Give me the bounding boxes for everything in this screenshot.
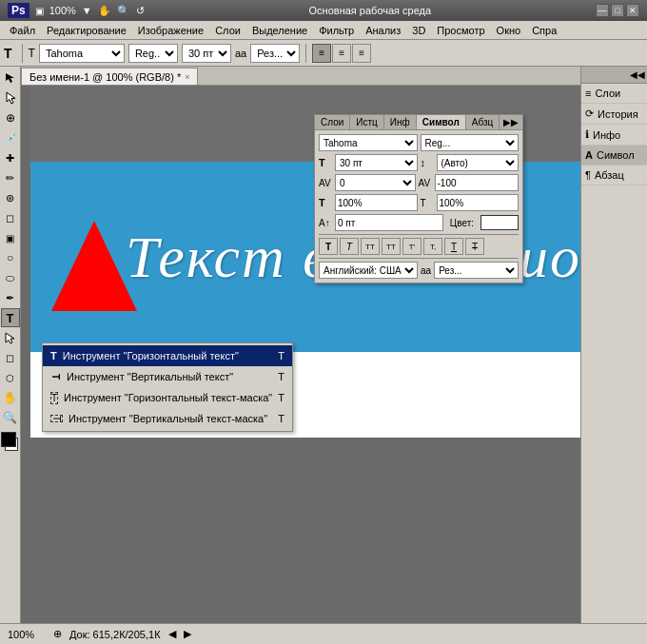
tool-stamp[interactable]: ⊛ — [1, 188, 20, 207]
panel-language[interactable]: Английский: США — [319, 262, 418, 279]
panel-tracking[interactable] — [435, 174, 520, 191]
menu-file[interactable]: Файл — [4, 23, 41, 38]
panel-item-paragraph[interactable]: ¶ Абзац — [581, 166, 647, 185]
panel-item-info[interactable]: ℹ Инфо — [581, 125, 647, 146]
underline-button[interactable]: T — [444, 238, 463, 255]
align-left-button[interactable]: ≡ — [312, 44, 331, 63]
popup-item-vertical-text[interactable]: T Инструмент "Вертикальный текст" T — [43, 366, 292, 387]
aa-label: аа — [235, 48, 246, 59]
panel-font-size[interactable]: 30 пт — [335, 154, 418, 171]
tab-info[interactable]: Инф — [384, 115, 417, 129]
popup-item-vertical-mask[interactable]: T Инструмент "Вертикальный текст-маска" … — [43, 408, 292, 429]
tool-selection[interactable] — [1, 68, 20, 88]
tool-shape[interactable]: ◻ — [1, 348, 20, 367]
tool-eraser[interactable]: ◻ — [1, 208, 20, 227]
title-text: Основная рабочая среда — [309, 5, 432, 16]
menu-3d[interactable]: 3D — [406, 23, 431, 38]
panel-item-character[interactable]: A Символ — [581, 146, 647, 166]
ps-icon2: ▣ — [35, 6, 44, 16]
align-center-button[interactable]: ≡ — [332, 44, 351, 63]
status-nav-left[interactable]: ◀ — [168, 628, 176, 640]
status-nav-right[interactable]: ▶ — [184, 628, 191, 640]
info-label: Инфо — [593, 129, 620, 141]
font-style-select[interactable]: Reg... — [128, 44, 178, 63]
align-right-button[interactable]: ≡ — [352, 44, 371, 63]
tool-eyedropper[interactable]: 💉 — [1, 128, 20, 147]
foreground-color[interactable] — [1, 432, 16, 447]
right-panel-collapse[interactable]: ◀◀ — [630, 69, 645, 80]
tool-heal[interactable]: ✚ — [1, 148, 20, 167]
superscript-button[interactable]: T' — [402, 238, 422, 255]
panel-content: Tahoma Reg... T 30 пт ↕ (Авто) — [315, 130, 522, 283]
tool-direct-select[interactable] — [1, 88, 20, 107]
menu-window[interactable]: Окно — [491, 23, 527, 38]
tab-character[interactable]: Символ — [417, 115, 466, 129]
title-bar-left: Ps ▣ 100% ▼ ✋ 🔍 ↺ — [8, 3, 145, 18]
menu-filter[interactable]: Фильтр — [313, 23, 360, 38]
popup-shortcut-1: T — [278, 350, 284, 361]
menu-edit[interactable]: Редактирование — [41, 23, 132, 38]
menu-layers[interactable]: Слои — [209, 23, 246, 38]
left-toolbar: ⊕ 💉 ✚ ✏ ⊛ ◻ ▣ ○ ⬭ ✒ T ◻ ⬡ ✋ 🔍 — [0, 67, 21, 623]
popup-label-1: Инструмент "Горизонтальный текст" — [63, 350, 239, 361]
right-panel: ◀◀ ≡ Слои ⟳ История ℹ Инфо A Символ ¶ Аб… — [580, 67, 647, 623]
tool-blur[interactable]: ○ — [1, 248, 20, 267]
panel-leading[interactable]: (Авто) — [437, 154, 520, 171]
tab-history[interactable]: Истц — [350, 115, 384, 129]
panel-item-layers[interactable]: ≡ Слои — [581, 84, 647, 104]
close-button[interactable]: ✕ — [626, 4, 639, 17]
tool-dodge[interactable]: ⬭ — [1, 268, 20, 287]
panel-item-history[interactable]: ⟳ История — [581, 104, 647, 125]
status-doc-info: Док: 615,2К/205,1К — [69, 629, 161, 640]
tab-layers[interactable]: Слои — [315, 115, 350, 129]
character-icon: A — [585, 149, 593, 161]
tab-close-button[interactable]: × — [185, 72, 189, 82]
menu-help[interactable]: Спра — [526, 23, 562, 38]
character-color[interactable] — [480, 215, 519, 230]
menu-select[interactable]: Выделение — [246, 23, 313, 38]
panel-hscale[interactable] — [437, 194, 520, 211]
hand-icon: ✋ — [98, 5, 111, 17]
tab-paragraph[interactable]: Абзц — [466, 115, 500, 129]
panel-vscale[interactable] — [335, 194, 418, 211]
maximize-button[interactable]: □ — [611, 4, 624, 17]
document-tab[interactable]: Без имени-1 @ 100% (RGB/8) * × — [21, 68, 198, 85]
bold-button[interactable]: T — [319, 238, 338, 255]
panel-more-button[interactable]: ▶▶ — [500, 115, 522, 129]
subscript-button[interactable]: T, — [423, 238, 442, 255]
tool-path-select[interactable] — [1, 328, 20, 347]
orientation-icon: T — [29, 47, 35, 60]
panel-baseline[interactable] — [335, 214, 443, 231]
popup-item-horizontal-text[interactable]: T Инструмент "Горизонтальный текст" T — [43, 345, 292, 366]
panel-antialias[interactable]: Рез... — [434, 262, 519, 279]
panel-font-family[interactable]: Tahoma — [319, 134, 418, 151]
tool-3d[interactable]: ⬡ — [1, 368, 20, 387]
allcaps-button[interactable]: TT — [361, 238, 380, 255]
options-sep1 — [22, 44, 23, 63]
tool-type[interactable]: T — [1, 308, 20, 327]
font-family-select[interactable]: Tahoma — [39, 44, 125, 63]
tool-brush[interactable]: ✏ — [1, 168, 20, 187]
scale-row: T T — [319, 194, 519, 211]
menu-analyze[interactable]: Анализ — [360, 23, 406, 38]
color-label: Цвет: — [450, 218, 474, 228]
layers-icon: ≡ — [585, 88, 591, 99]
menu-view[interactable]: Просмотр — [431, 23, 490, 38]
tool-pen[interactable]: ✒ — [1, 288, 20, 307]
tool-gradient[interactable]: ▣ — [1, 228, 20, 247]
tool-zoom[interactable]: 🔍 — [1, 408, 20, 427]
antialias-select[interactable]: Рез... — [250, 44, 300, 63]
minimize-button[interactable]: — — [596, 4, 609, 17]
panel-tabs: Слои Истц Инф Символ Абзц ▶▶ — [315, 115, 522, 130]
panel-kerning[interactable]: 0 — [335, 174, 416, 191]
panel-font-style[interactable]: Reg... — [421, 134, 520, 151]
italic-button[interactable]: T — [340, 238, 359, 255]
popup-item-horizontal-mask[interactable]: T Инструмент "Горизонтальный текст-маска… — [43, 387, 292, 408]
font-size-select[interactable]: 30 пт — [182, 44, 231, 63]
tool-hand[interactable]: ✋ — [1, 388, 20, 407]
smallcaps-button[interactable]: TT — [382, 238, 401, 255]
strikethrough-button[interactable]: T — [465, 238, 484, 255]
menu-image[interactable]: Изображение — [132, 23, 209, 38]
tool-crop[interactable]: ⊕ — [1, 108, 20, 127]
character-panel: Слои Истц Инф Символ Абзц ▶▶ Tahoma Reg.… — [314, 114, 523, 283]
